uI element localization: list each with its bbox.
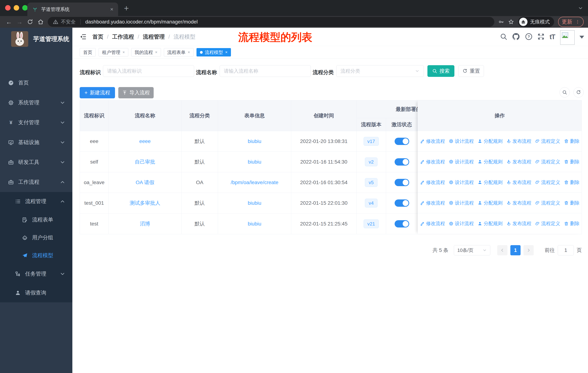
status-toggle[interactable] — [395, 220, 409, 227]
sidebar-item-payment[interactable]: ¥支付管理 — [0, 112, 72, 132]
action-delete-link[interactable]: 删除 — [564, 138, 580, 144]
avatar-caret-down-icon[interactable] — [579, 36, 584, 39]
action-definition-link[interactable]: 流程定义 — [535, 200, 560, 206]
action-modify-link[interactable]: 修改流程 — [420, 159, 445, 165]
sidebar-item-system[interactable]: 系统管理 — [0, 93, 72, 112]
sidebar-item-leave-query[interactable]: 请假查询 — [0, 283, 72, 302]
help-icon[interactable]: ? — [525, 33, 533, 40]
bookmark-star-icon[interactable] — [508, 19, 514, 25]
action-assign-link[interactable]: 分配规则 — [478, 159, 503, 165]
process-name-link[interactable]: 测试多审批人 — [130, 200, 160, 207]
sidebar-item-workflow[interactable]: 工作流程 — [0, 172, 72, 192]
form-link[interactable]: biubiu — [248, 200, 261, 206]
action-delete-link[interactable]: 删除 — [564, 200, 580, 206]
sidebar-item-task-mgmt[interactable]: 任务管理 — [0, 264, 72, 283]
breadcrumb-item[interactable]: 首页 — [92, 33, 103, 40]
current-page-button[interactable]: 1 — [510, 245, 521, 255]
tag-close-icon[interactable]: × — [225, 50, 228, 55]
tabstrip-chevron-down-icon[interactable] — [578, 5, 583, 11]
tag-close-icon[interactable]: × — [123, 50, 125, 55]
app-logo-row[interactable]: 芋道管理系统 — [0, 28, 72, 48]
page-size-select[interactable]: 10条/页 — [454, 245, 490, 255]
next-page-button[interactable] — [524, 245, 534, 255]
action-deploy-link[interactable]: 发布流程 — [506, 200, 532, 206]
table-refresh-button[interactable] — [573, 87, 584, 97]
form-link[interactable]: biubiu — [248, 159, 261, 165]
form-link[interactable]: biubiu — [248, 221, 261, 227]
action-design-link[interactable]: 设计流程 — [449, 179, 474, 186]
action-assign-link[interactable]: 分配规则 — [478, 179, 503, 186]
action-deploy-link[interactable]: 发布流程 — [506, 220, 532, 227]
tab-close-icon[interactable]: × — [110, 7, 113, 12]
view-tag-我的流程[interactable]: 我的流程× — [131, 48, 161, 56]
search-button[interactable]: 搜索 — [427, 65, 454, 77]
action-design-link[interactable]: 设计流程 — [449, 159, 474, 165]
filter-name-input[interactable] — [220, 65, 311, 77]
action-deploy-link[interactable]: 发布流程 — [506, 179, 532, 186]
tag-close-icon[interactable]: × — [155, 50, 158, 55]
minimize-window-button[interactable] — [14, 5, 19, 10]
form-link[interactable]: /bpm/oa/leave/create — [231, 180, 279, 185]
sidebar-item-process-form[interactable]: 流程表单 — [0, 211, 72, 229]
process-name-link[interactable]: 自己审批 — [135, 159, 155, 165]
process-name-link[interactable]: eeee — [139, 138, 151, 144]
goto-page-input[interactable] — [558, 245, 574, 255]
browser-update-button[interactable]: 更新 — [558, 17, 584, 27]
zoom-window-button[interactable] — [22, 5, 28, 10]
reset-button[interactable]: 重置 — [458, 65, 484, 77]
action-definition-link[interactable]: 流程定义 — [535, 179, 560, 186]
form-link[interactable]: biubiu — [248, 138, 261, 144]
action-delete-link[interactable]: 删除 — [564, 220, 580, 227]
address-bar[interactable]: 不安全 dashboard.yudao.iocoder.cn/bpm/manag… — [48, 17, 494, 27]
breadcrumb-item[interactable]: 工作流程 — [112, 33, 134, 40]
view-tag-首页[interactable]: 首页 — [80, 48, 96, 56]
browser-menu-icon[interactable] — [575, 20, 580, 24]
action-delete-link[interactable]: 删除 — [564, 159, 580, 165]
filter-key-input[interactable] — [103, 65, 194, 77]
sidebar-item-devtools[interactable]: 研发工具 — [0, 152, 72, 172]
action-design-link[interactable]: 设计流程 — [449, 220, 474, 227]
sidebar-collapse-icon[interactable] — [79, 33, 87, 40]
view-tag-流程表单[interactable]: 流程表单× — [164, 48, 194, 56]
action-assign-link[interactable]: 分配规则 — [478, 200, 503, 206]
tag-close-icon[interactable]: × — [188, 50, 190, 55]
action-assign-link[interactable]: 分配规则 — [478, 220, 503, 227]
action-modify-link[interactable]: 修改流程 — [420, 220, 445, 227]
action-modify-link[interactable]: 修改流程 — [420, 179, 445, 186]
sidebar-item-home[interactable]: 首页 — [0, 73, 72, 93]
table-search-toggle-button[interactable] — [560, 87, 570, 97]
action-design-link[interactable]: 设计流程 — [449, 200, 474, 206]
home-button[interactable] — [35, 19, 46, 25]
action-definition-link[interactable]: 流程定义 — [535, 159, 560, 165]
action-assign-link[interactable]: 分配规则 — [478, 138, 503, 144]
process-name-link[interactable]: OA 请假 — [136, 179, 154, 186]
action-delete-link[interactable]: 删除 — [564, 179, 580, 186]
view-tag-租户管理[interactable]: 租户管理× — [99, 48, 128, 56]
view-tag-流程模型[interactable]: 流程模型× — [197, 48, 231, 56]
header-search-icon[interactable] — [500, 33, 507, 40]
sidebar-item-infra[interactable]: 基础设施 — [0, 132, 72, 152]
fullscreen-icon[interactable] — [537, 33, 545, 40]
action-definition-link[interactable]: 流程定义 — [535, 220, 560, 227]
key-icon[interactable] — [498, 19, 504, 25]
browser-tab[interactable]: 芋道管理系统 × — [27, 2, 118, 16]
font-size-icon[interactable]: tT — [550, 33, 555, 41]
action-modify-link[interactable]: 修改流程 — [420, 200, 445, 206]
github-icon[interactable] — [512, 33, 520, 40]
back-button[interactable]: ← — [4, 18, 14, 26]
sidebar-item-process-model[interactable]: 流程模型 — [0, 247, 72, 264]
prev-page-button[interactable] — [497, 245, 507, 255]
reload-button[interactable] — [25, 19, 35, 25]
filter-category-select[interactable]: 流程分类 — [336, 65, 424, 77]
avatar[interactable] — [560, 30, 575, 45]
status-toggle[interactable] — [395, 138, 409, 145]
status-toggle[interactable] — [395, 158, 409, 166]
action-deploy-link[interactable]: 发布流程 — [506, 159, 532, 165]
status-toggle[interactable] — [395, 200, 409, 207]
create-process-button[interactable]: + 新建流程 — [80, 87, 115, 98]
process-name-link[interactable]: 滔博 — [140, 220, 150, 227]
sidebar-item-process-mgmt[interactable]: 流程管理 — [0, 192, 72, 211]
action-modify-link[interactable]: 修改流程 — [420, 138, 445, 144]
close-window-button[interactable] — [5, 5, 10, 10]
sidebar-item-user-group[interactable]: 用户分组 — [0, 229, 72, 247]
